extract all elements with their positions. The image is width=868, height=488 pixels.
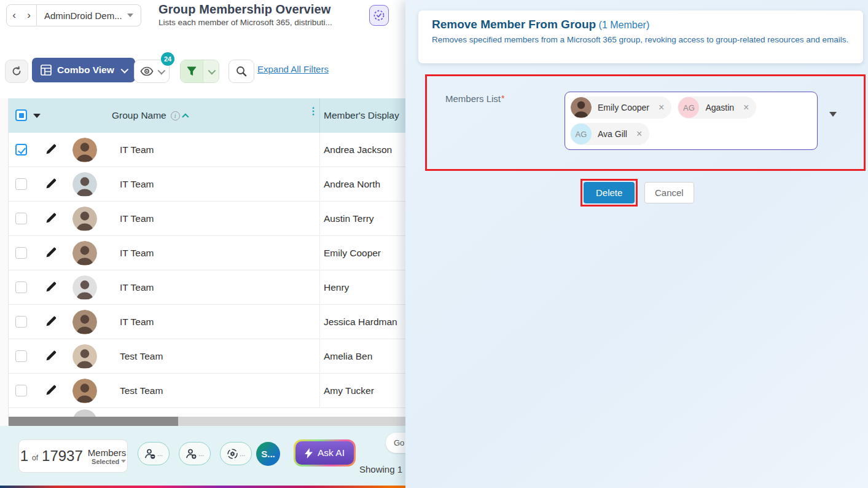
row-checkbox[interactable]	[15, 178, 27, 190]
chevron-down-icon	[208, 66, 216, 74]
row-checkbox[interactable]	[15, 247, 27, 259]
edit-icon[interactable]	[45, 178, 57, 189]
edit-icon[interactable]	[45, 212, 57, 224]
select-all-checkbox[interactable]	[15, 109, 27, 121]
manage-settings-action-button[interactable]: ...	[220, 442, 252, 465]
back-button[interactable]: ‹	[7, 5, 22, 26]
ask-ai-button[interactable]: Ask AI	[294, 439, 356, 466]
row-checkbox[interactable]	[15, 316, 27, 328]
cancel-button[interactable]: Cancel	[644, 182, 694, 203]
avatar	[72, 172, 97, 197]
workspace-selector[interactable]: AdminDroid Dem...	[37, 4, 141, 26]
group-name-header-label: Group Name	[112, 110, 166, 121]
row-checkbox[interactable]	[15, 281, 27, 293]
column-menu-icon[interactable]: ⋮	[308, 109, 313, 113]
row-checkbox[interactable]	[15, 385, 27, 396]
filter-button[interactable]	[180, 60, 219, 83]
add-member-action-button[interactable]: ...	[179, 442, 211, 465]
group-name-cell: IT Team	[120, 144, 154, 155]
report-area: ‹ › AdminDroid Dem... Group Membership O…	[0, 0, 405, 488]
member-name-cell: Amelia Ben	[324, 351, 372, 362]
member-chip: AG Agastin ×	[678, 96, 756, 119]
nav-group: ‹ › AdminDroid Dem...	[6, 4, 141, 26]
lightning-icon	[305, 448, 313, 458]
bottom-gradient-bar	[0, 486, 405, 488]
column-divider	[319, 270, 320, 305]
edit-icon[interactable]	[45, 315, 57, 327]
pill-ellipsis: ...	[198, 450, 204, 457]
history-nav: ‹ ›	[6, 4, 37, 26]
chip-name: Ava Gill	[598, 129, 627, 139]
field-dropdown-caret[interactable]	[829, 112, 837, 117]
columns-badge: 24	[161, 52, 174, 66]
forward-button[interactable]: ›	[22, 5, 36, 26]
chip-avatar: AG	[571, 124, 592, 144]
horizontal-scrollbar[interactable]	[9, 417, 405, 426]
person-plus-icon	[186, 448, 197, 460]
chip-remove-icon[interactable]: ×	[633, 129, 646, 139]
expand-all-filters-link[interactable]: Expand All Filters	[257, 64, 329, 74]
member-name-cell: Henry	[324, 282, 349, 293]
edit-icon[interactable]	[45, 350, 57, 361]
member-name-cell: Jessica Hardman	[324, 317, 397, 328]
search-button[interactable]	[229, 60, 254, 83]
showing-status: Showing 1	[359, 464, 402, 474]
avatar	[72, 310, 97, 334]
scrollbar-thumb[interactable]	[9, 417, 178, 426]
funnel-icon	[181, 60, 203, 82]
required-asterisk: *	[501, 93, 504, 103]
ask-ai-label: Ask AI	[318, 447, 345, 458]
view-selector-button[interactable]: Combo View	[32, 58, 135, 82]
of-label: of	[32, 454, 38, 462]
edit-icon[interactable]	[45, 281, 57, 293]
member-name-cell: Andrea North	[324, 179, 380, 190]
chip-avatar	[571, 97, 592, 118]
member-name-cell: Austin Terry	[324, 213, 374, 224]
table-row: IT Team Austin Terry	[9, 202, 405, 236]
group-name-header[interactable]: Group Name i	[112, 110, 189, 121]
delete-button[interactable]: Delete	[584, 182, 635, 203]
member-display-header[interactable]: Member's Display	[324, 110, 399, 121]
delete-annotation-box: Delete	[581, 179, 638, 207]
panel-header-card: Remove Member From Group (1 Member) Remo…	[418, 10, 863, 63]
selected-count: 1	[20, 447, 28, 465]
total-count: 17937	[42, 447, 83, 465]
refresh-button[interactable]	[5, 60, 28, 83]
column-divider	[319, 236, 320, 270]
eye-icon	[140, 66, 154, 76]
pill-ellipsis: ...	[240, 450, 245, 457]
schedule-button[interactable]	[369, 5, 389, 26]
members-list-label: Members List*	[445, 93, 504, 104]
row-checkbox[interactable]	[15, 144, 27, 155]
members-field[interactable]: Emily Cooper × AG Agastin × AG Ava Gill …	[565, 92, 818, 150]
chevron-down-icon	[158, 66, 166, 74]
remove-member-action-button[interactable]: ...	[138, 442, 170, 465]
top-bar: ‹ › AdminDroid Dem... Group Membership O…	[0, 0, 405, 32]
chip-remove-icon[interactable]: ×	[655, 103, 668, 112]
filter-dropdown[interactable]	[203, 60, 219, 82]
table-row: IT Team Jessica Hardman	[9, 305, 405, 339]
person-minus-icon	[144, 448, 156, 460]
selection-summary[interactable]: 1 of 17937 Members Selected	[18, 439, 128, 473]
edit-icon[interactable]	[45, 384, 57, 396]
row-checkbox[interactable]	[15, 213, 27, 224]
table-row: IT Team Andrea Jackson	[9, 133, 405, 167]
s-action-button[interactable]: S...	[256, 442, 280, 466]
table-row: IT Team Andrea North	[9, 167, 405, 202]
chip-remove-icon[interactable]: ×	[740, 103, 753, 112]
dashed-check-icon	[373, 9, 385, 22]
table-header-row: Group Name i ⋮ Member's Display	[9, 98, 405, 133]
app-window: ‹ › AdminDroid Dem... Group Membership O…	[0, 0, 868, 488]
column-divider	[319, 202, 320, 236]
selection-menu-caret[interactable]	[33, 114, 41, 118]
avatar	[72, 379, 97, 403]
edit-icon[interactable]	[45, 246, 57, 258]
edit-icon[interactable]	[45, 143, 57, 155]
group-name-cell: IT Team	[120, 248, 154, 259]
member-name-cell: Andrea Jackson	[324, 144, 392, 155]
chip-name: Agastin	[705, 103, 734, 112]
row-checkbox[interactable]	[15, 350, 27, 362]
goto-page-button[interactable]: Go t	[386, 433, 405, 453]
table-body: IT Team Andrea Jackson IT Team Andrea No…	[9, 133, 405, 408]
footer-bar: 1 of 17937 Members Selected ... ...	[0, 426, 405, 486]
